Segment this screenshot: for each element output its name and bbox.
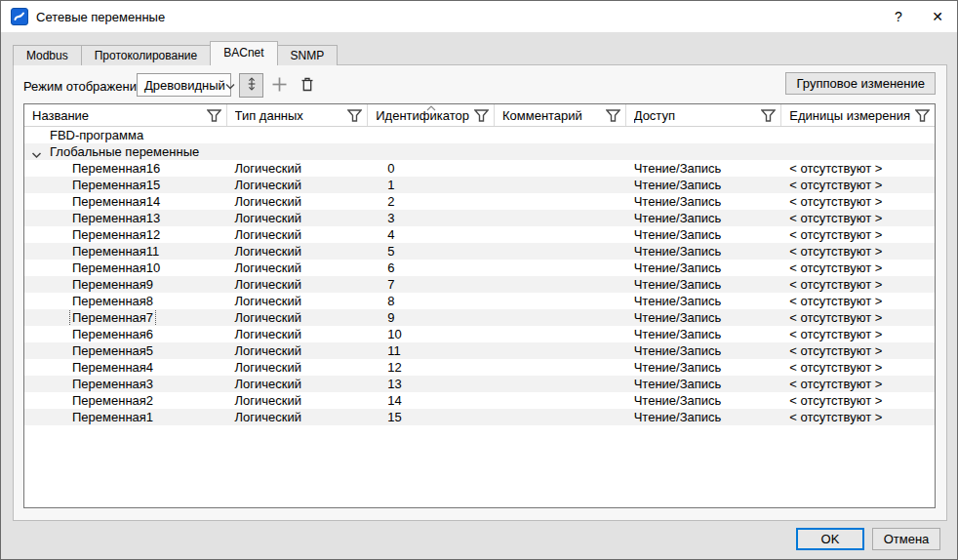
name-cell: Переменная4 — [24, 359, 227, 376]
table-row[interactable]: Переменная1Логический15Чтение/Запись< от… — [24, 409, 935, 425]
comment-cell — [495, 342, 626, 359]
table-row[interactable]: Переменная3Логический13Чтение/Запись< от… — [24, 376, 935, 392]
column-header-label: Единицы измерения — [789, 108, 915, 123]
units-cell: < отсутствуют > — [781, 193, 935, 210]
table-row[interactable]: Переменная14Логический2Чтение/Запись< от… — [24, 193, 935, 210]
identifier-cell: 2 — [368, 193, 495, 210]
units-cell: < отсутствуют > — [781, 276, 935, 293]
table-row[interactable]: Переменная5Логический11Чтение/Запись< от… — [24, 342, 935, 359]
expand-collapse-rows-button[interactable] — [239, 73, 263, 98]
variable-name: Переменная6 — [70, 326, 155, 342]
column-header[interactable]: Комментарий — [495, 104, 626, 126]
help-button[interactable]: ? — [879, 1, 918, 32]
table-row[interactable]: Переменная6Логический10Чтение/Запись< от… — [24, 326, 935, 342]
type-cell — [227, 143, 369, 160]
table-row[interactable]: Переменная15Логический1Чтение/Запись< от… — [24, 177, 935, 193]
type-cell: Логический — [227, 392, 369, 409]
table-row[interactable]: Переменная16Логический0Чтение/Запись< от… — [24, 160, 935, 177]
cancel-button[interactable]: Отмена — [872, 528, 940, 550]
type-cell: Логический — [227, 260, 369, 276]
table-row[interactable]: Переменная4Логический12Чтение/Запись< от… — [24, 359, 935, 376]
filter-icon[interactable] — [474, 109, 489, 122]
sort-ascending-icon — [426, 104, 436, 111]
name-cell: FBD-программа — [24, 127, 227, 143]
type-cell: Логический — [227, 309, 369, 326]
access-cell: Чтение/Запись — [626, 193, 782, 210]
close-button[interactable]: ✕ — [918, 1, 957, 32]
type-cell: Логический — [227, 193, 369, 210]
variable-name: Переменная15 — [70, 177, 162, 193]
table-row[interactable]: Переменная2Логический14Чтение/Запись< от… — [24, 392, 935, 409]
access-cell — [626, 127, 782, 143]
display-mode-value: Древовидный — [138, 78, 225, 93]
tab-logging[interactable]: Протоколирование — [81, 45, 212, 65]
units-cell: < отсутствуют > — [781, 226, 935, 243]
type-cell — [227, 127, 369, 143]
add-variable-button[interactable] — [268, 75, 290, 97]
column-header[interactable]: Тип данных — [227, 104, 369, 126]
units-cell — [781, 143, 935, 160]
column-header[interactable]: Доступ — [626, 104, 782, 126]
group-edit-button[interactable]: Групповое изменение — [785, 72, 936, 95]
tab-modbus[interactable]: Modbus — [13, 45, 82, 65]
comment-cell — [495, 276, 626, 293]
units-cell: < отсутствуют > — [781, 293, 935, 309]
variable-name: Переменная9 — [70, 276, 155, 293]
ok-button[interactable]: OK — [796, 528, 864, 550]
filter-icon[interactable] — [347, 109, 362, 122]
table-row[interactable]: Переменная11Логический5Чтение/Запись< от… — [24, 243, 935, 260]
access-cell: Чтение/Запись — [626, 326, 782, 342]
units-cell: < отсутствуют > — [781, 409, 935, 425]
access-cell: Чтение/Запись — [626, 210, 782, 226]
name-cell: Переменная2 — [24, 392, 227, 409]
access-cell: Чтение/Запись — [626, 293, 782, 309]
table-row[interactable]: Переменная12Логический4Чтение/Запись< от… — [24, 226, 935, 243]
access-cell: Чтение/Запись — [626, 260, 782, 276]
comment-cell — [495, 160, 626, 177]
table-row[interactable]: Глобальные переменные — [24, 143, 935, 160]
type-cell: Логический — [227, 326, 369, 342]
identifier-cell: 8 — [368, 293, 495, 309]
column-header-label: Идентификатор — [376, 108, 474, 123]
name-cell: Переменная13 — [24, 210, 227, 226]
filter-icon[interactable] — [761, 109, 776, 122]
column-header[interactable]: Название — [24, 104, 227, 126]
filter-icon[interactable] — [606, 109, 620, 122]
table-row[interactable]: Переменная9Логический7Чтение/Запись< отс… — [24, 276, 935, 293]
variable-name: Переменная7 — [70, 309, 155, 326]
filter-icon[interactable] — [207, 109, 221, 122]
table-row[interactable]: Переменная7Логический9Чтение/Запись< отс… — [24, 309, 935, 326]
comment-cell — [495, 409, 626, 425]
filter-icon[interactable] — [915, 109, 930, 122]
identifier-cell: 6 — [368, 260, 495, 276]
units-cell: < отсутствуют > — [781, 376, 935, 392]
tab-snmp[interactable]: SNMP — [277, 45, 339, 65]
type-cell: Логический — [227, 409, 369, 425]
comment-cell — [495, 143, 626, 160]
network-variables-dialog: Сетевые переменные ? ✕ ModbusПротоколиро… — [0, 0, 958, 560]
column-header-label: Тип данных — [235, 108, 348, 123]
column-header[interactable]: Идентификатор — [368, 104, 495, 126]
chevron-down-icon[interactable] — [31, 146, 42, 160]
column-header[interactable]: Единицы измерения — [781, 104, 935, 126]
table-row[interactable]: Переменная13Логический3Чтение/Запись< от… — [24, 210, 935, 226]
table-row[interactable]: Переменная10Логический6Чтение/Запись< от… — [24, 260, 935, 276]
identifier-cell: 4 — [368, 226, 495, 243]
comment-cell — [495, 260, 626, 276]
tab-bacnet[interactable]: BACnet — [210, 41, 277, 65]
type-cell: Логический — [227, 293, 369, 309]
table-row[interactable]: Переменная8Логический8Чтение/Запись< отс… — [24, 293, 935, 309]
variable-name: FBD-программа — [48, 127, 145, 143]
table-row[interactable]: FBD-программа — [24, 127, 935, 143]
comment-cell — [495, 392, 626, 409]
variable-name: Переменная12 — [70, 226, 162, 243]
type-cell: Логический — [227, 276, 369, 293]
add-icon — [271, 76, 288, 97]
display-mode-select[interactable]: Древовидный — [137, 73, 231, 97]
identifier-cell: 5 — [368, 243, 495, 260]
delete-variable-button[interactable] — [297, 75, 318, 97]
access-cell: Чтение/Запись — [626, 359, 782, 376]
access-cell: Чтение/Запись — [626, 243, 782, 260]
name-cell: Переменная5 — [24, 342, 227, 359]
display-mode-label: Режим отображения: — [23, 79, 147, 94]
